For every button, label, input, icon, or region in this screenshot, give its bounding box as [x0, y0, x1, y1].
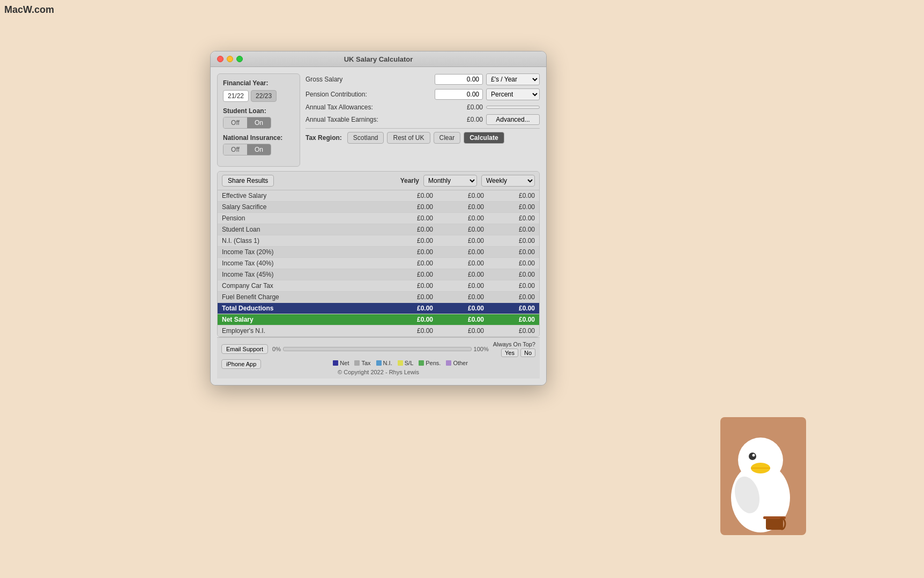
- footer-second-row: iPhone App NetTaxN.I.S/LPens.Other: [221, 359, 535, 369]
- calculate-button[interactable]: Calculate: [464, 132, 504, 144]
- row-yearly: £0.00: [382, 293, 433, 301]
- row-weekly: £0.00: [484, 327, 535, 335]
- window-content: Financial Year: 21/22 22/23 Student Loan…: [211, 67, 546, 385]
- national-insurance-off[interactable]: Off: [223, 144, 247, 155]
- no-button[interactable]: No: [520, 349, 535, 357]
- legend-dot: [398, 360, 403, 366]
- row-monthly: £0.00: [433, 226, 484, 233]
- row-label: Employer's N.I.: [222, 327, 382, 335]
- macw-logo: MacW.com: [4, 4, 54, 16]
- row-label: Net Salary: [222, 316, 382, 323]
- always-on-top: Always On Top? Yes No: [493, 341, 535, 357]
- share-results-button[interactable]: Share Results: [222, 175, 274, 187]
- email-support-button[interactable]: Email Support: [221, 344, 268, 354]
- yes-no-buttons: Yes No: [501, 349, 535, 357]
- annual-taxable-row: Annual Taxable Earnings: £0.00 Advanced.…: [305, 114, 540, 125]
- close-button[interactable]: [217, 56, 223, 62]
- legend-label: Other: [453, 360, 468, 366]
- student-loan-off[interactable]: Off: [223, 117, 247, 128]
- legend-item: Pens.: [419, 360, 441, 366]
- row-weekly: £0.00: [484, 192, 535, 199]
- main-window: UK Salary Calculator Financial Year: 21/…: [210, 51, 547, 386]
- legend-item: Net: [333, 360, 349, 366]
- pension-label: Pension Contribution:: [305, 91, 431, 98]
- row-monthly: £0.00: [433, 305, 484, 312]
- rest-of-uk-button[interactable]: Rest of UK: [387, 132, 430, 144]
- table-row: Student Loan £0.00 £0.00 £0.00: [218, 224, 539, 235]
- results-table: Effective Salary £0.00 £0.00 £0.00 Salar…: [218, 190, 539, 337]
- table-row: Income Tax (45%) £0.00 £0.00 £0.00: [218, 269, 539, 280]
- year-btn-2223[interactable]: 22/23: [251, 90, 277, 102]
- iphone-app-button[interactable]: iPhone App: [221, 359, 261, 369]
- pension-unit-select[interactable]: Percent: [486, 88, 540, 100]
- legend: NetTaxN.I.S/LPens.Other: [265, 360, 535, 366]
- row-yearly: £0.00: [382, 316, 433, 323]
- row-monthly: £0.00: [433, 293, 484, 301]
- advanced-button[interactable]: Advanced...: [486, 114, 540, 125]
- row-weekly: £0.00: [484, 316, 535, 323]
- table-row: N.I. (Class 1) £0.00 £0.00 £0.00: [218, 235, 539, 247]
- legend-label: Tax: [361, 360, 370, 366]
- row-monthly: £0.00: [433, 237, 484, 244]
- national-insurance-on[interactable]: On: [247, 144, 271, 155]
- clear-button[interactable]: Clear: [434, 132, 461, 144]
- row-label: Student Loan: [222, 226, 382, 233]
- row-label: Company Car Tax: [222, 282, 382, 290]
- row-label: Income Tax (45%): [222, 271, 382, 278]
- pension-input[interactable]: [435, 89, 483, 100]
- row-weekly: £0.00: [484, 203, 535, 211]
- table-row: Effective Salary £0.00 £0.00 £0.00: [218, 190, 539, 202]
- row-monthly: £0.00: [433, 203, 484, 211]
- row-monthly: £0.00: [433, 271, 484, 278]
- row-yearly: £0.00: [382, 226, 433, 233]
- row-yearly: £0.00: [382, 260, 433, 267]
- legend-label: N.I.: [383, 360, 392, 366]
- year-btn-2122[interactable]: 21/22: [223, 90, 249, 102]
- top-controls: Financial Year: 21/22 22/23 Student Loan…: [217, 73, 540, 167]
- table-row: Employer's N.I. £0.00 £0.00 £0.00: [218, 325, 539, 337]
- monthly-select[interactable]: Monthly Weekly Daily Hourly: [423, 175, 477, 187]
- always-on-top-label: Always On Top?: [493, 341, 535, 347]
- gross-salary-label: Gross Salary: [305, 76, 431, 83]
- row-yearly: £0.00: [382, 305, 433, 312]
- student-loan-on[interactable]: On: [247, 117, 271, 128]
- progress-max: 100%: [474, 346, 489, 352]
- annual-taxable-value: £0.00: [445, 116, 483, 123]
- table-row: Total Deductions £0.00 £0.00 £0.00: [218, 303, 539, 314]
- weekly-select[interactable]: Weekly Monthly Daily Hourly: [481, 175, 535, 187]
- row-label: Pension: [222, 214, 382, 222]
- legend-label: S/L: [405, 360, 414, 366]
- decorative-character: [699, 401, 817, 551]
- title-bar: UK Salary Calculator: [211, 51, 546, 67]
- legend-label: Net: [340, 360, 349, 366]
- row-label: Salary Sacrifice: [222, 203, 382, 211]
- row-monthly: £0.00: [433, 316, 484, 323]
- gross-salary-row: Gross Salary £'s / Year: [305, 73, 540, 85]
- minimize-button[interactable]: [227, 56, 233, 62]
- row-weekly: £0.00: [484, 214, 535, 222]
- row-monthly: £0.00: [433, 214, 484, 222]
- row-label: Fuel Benefit Charge: [222, 293, 382, 301]
- row-monthly: £0.00: [433, 248, 484, 256]
- row-weekly: £0.00: [484, 271, 535, 278]
- annual-tax-label: Annual Tax Allowances:: [305, 103, 442, 111]
- gross-salary-input[interactable]: [435, 74, 483, 85]
- row-weekly: £0.00: [484, 293, 535, 301]
- scotland-button[interactable]: Scotland: [347, 132, 384, 144]
- legend-item: Other: [446, 360, 468, 366]
- maximize-button[interactable]: [236, 56, 243, 62]
- window-footer: Email Support 0% 100% Always On Top? Yes…: [217, 337, 540, 379]
- annual-tax-row: Annual Tax Allowances: £0.00: [305, 103, 540, 111]
- legend-label: Pens.: [426, 360, 441, 366]
- window-title: UK Salary Calculator: [344, 55, 413, 63]
- row-yearly: £0.00: [382, 237, 433, 244]
- progress-container: 0% 100%: [272, 346, 489, 352]
- results-header: Share Results Yearly Monthly Weekly Dail…: [218, 172, 539, 190]
- legend-dot: [376, 360, 382, 366]
- svg-point-4: [752, 454, 755, 457]
- gross-salary-unit-select[interactable]: £'s / Year: [486, 73, 540, 85]
- yes-button[interactable]: Yes: [501, 349, 518, 357]
- row-weekly: £0.00: [484, 237, 535, 244]
- table-row: Company Car Tax £0.00 £0.00 £0.00: [218, 280, 539, 292]
- table-row: Income Tax (20%) £0.00 £0.00 £0.00: [218, 247, 539, 258]
